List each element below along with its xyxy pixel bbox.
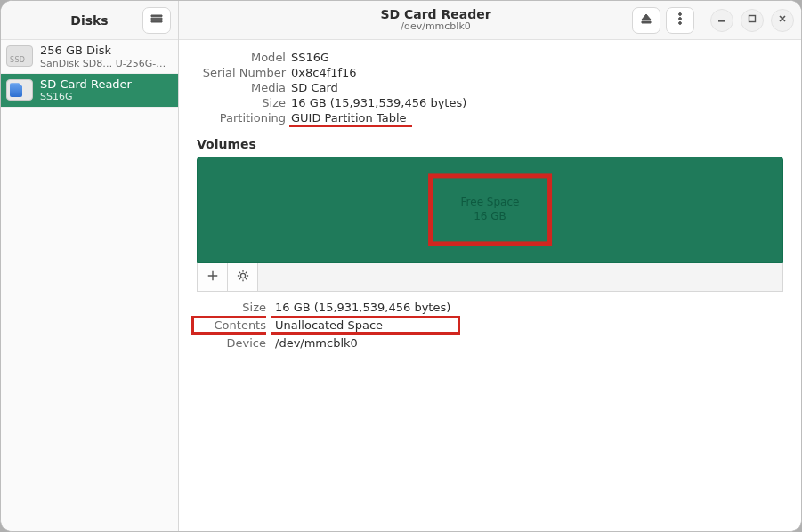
free-space-highlight-box: Free Space 16 GB [428,173,553,246]
close-icon [777,13,788,27]
kebab-icon [673,12,687,28]
app-window: Disks 256 GB Disk SanDisk SD8… U-256G-10… [0,0,802,532]
volume-graph[interactable]: Free Space 16 GB [197,157,783,263]
page-subtitle: /dev/mmcblk0 [239,21,632,32]
device-properties: Model SS16G Serial Number 0x8c4f1f16 Med… [197,51,783,125]
prop-label-partitioning: Partitioning [197,111,286,125]
device-item-subtitle: SS16G [40,91,171,102]
volume-toolbar [197,263,783,292]
prop-label-model: Model [197,51,286,64]
vol-prop-value-contents: Unallocated Space [271,316,460,335]
sidebar-headerbar: Disks [1,1,178,40]
plus-icon [207,270,219,285]
content-area: Model SS16G Serial Number 0x8c4f1f16 Med… [179,40,801,531]
device-item-title: SD Card Reader [40,77,171,92]
device-item-subtitle: SanDisk SD8… U-256G-1006 [40,58,171,69]
prop-value-media: SD Card [291,81,783,94]
svg-point-2 [679,22,682,25]
prop-value-partitioning: GUID Partition Table [291,111,783,125]
ssd-drive-icon [6,45,33,67]
gear-icon [237,270,249,285]
svg-point-1 [679,18,682,20]
drive-menu-button[interactable] [666,7,694,34]
volume-properties: Size 16 GB (15,931,539,456 bytes) Conten… [197,301,783,350]
main-headerbar: SD Card Reader /dev/mmcblk0 [179,1,801,40]
prop-label-media: Media [197,81,286,94]
sidebar-title: Disks [70,13,108,28]
vol-prop-label-contents: Contents [191,316,266,335]
prop-value-model: SS16G [291,51,783,64]
vol-prop-label-device: Device [197,336,266,350]
add-partition-button[interactable] [198,263,228,291]
main-pane: SD Card Reader /dev/mmcblk0 [179,1,801,531]
window-minimize-button[interactable] [710,9,733,32]
sd-card-reader-icon [6,79,33,101]
device-item-sdcard[interactable]: SD Card Reader SS16G [1,74,178,108]
volume-options-button[interactable] [228,263,258,291]
page-title: SD Card Reader [239,8,632,21]
prop-label-size: Size [197,96,286,109]
svg-rect-4 [749,16,756,22]
eject-button[interactable] [632,7,660,34]
prop-value-size: 16 GB (15,931,539,456 bytes) [291,96,783,109]
free-space-size: 16 GB [461,210,520,224]
vol-prop-value-device: /dev/mmcblk0 [271,336,783,350]
svg-rect-3 [718,20,725,22]
eject-icon [639,12,653,28]
partitioning-highlight: GUID Partition Table [291,111,407,125]
device-list: 256 GB Disk SanDisk SD8… U-256G-1006 SD … [1,40,178,531]
prop-value-serial: 0x8c4f1f16 [291,66,783,79]
svg-point-0 [679,13,682,16]
window-maximize-button[interactable] [741,9,764,32]
device-item-disk[interactable]: 256 GB Disk SanDisk SD8… U-256G-1006 [1,40,178,74]
vol-prop-value-size: 16 GB (15,931,539,456 bytes) [271,301,783,314]
volumes-heading: Volumes [197,137,783,151]
app-menu-button[interactable] [142,7,171,34]
free-space-label: Free Space [461,196,520,210]
window-close-button[interactable] [771,9,794,32]
minimize-icon [717,13,727,27]
device-item-title: 256 GB Disk [40,44,171,58]
prop-label-serial: Serial Number [197,66,286,79]
sidebar: Disks 256 GB Disk SanDisk SD8… U-256G-10… [1,1,179,531]
svg-point-5 [240,273,245,278]
vol-prop-label-size: Size [197,301,266,314]
maximize-icon [747,13,757,27]
hamburger-icon [150,12,164,28]
